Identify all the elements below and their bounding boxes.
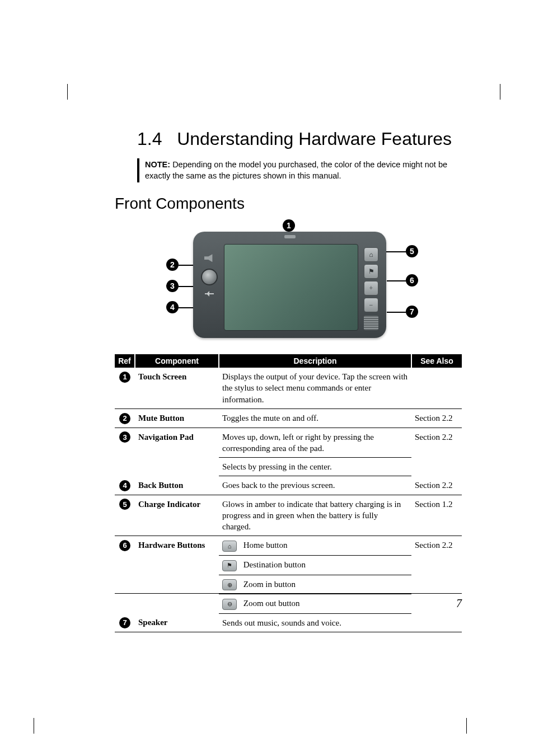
section-title: 1.4 Understanding Hardware Features — [115, 129, 462, 149]
callout-2: 2 — [166, 259, 179, 271]
nav-pad-icon — [201, 269, 218, 285]
charge-indicator-icon — [284, 235, 296, 238]
zoom-out-hw-icon: − — [364, 298, 378, 312]
ref-badge: 2 — [119, 413, 130, 424]
callout-1: 1 — [283, 219, 295, 232]
device-screen — [224, 244, 358, 331]
see-also — [411, 613, 462, 632]
home-button-icon: ⌂ — [222, 541, 237, 552]
component-desc: Glows in amber to indicate that battery … — [219, 495, 411, 536]
component-name: Navigation Pad — [135, 428, 219, 476]
section-number: 1.4 — [137, 129, 162, 149]
ref-badge: 3 — [119, 431, 130, 443]
device-figure: 1 2 3 4 5 6 7 ⌂ ⚑ + − — [132, 220, 445, 346]
component-name: Mute Button — [135, 408, 219, 428]
th-component: Component — [135, 354, 219, 368]
component-name: Charge Indicator — [135, 495, 219, 536]
hw-label: Destination button — [243, 560, 306, 569]
crop-mark-tl — [67, 84, 78, 100]
component-desc: Displays the output of your device. Tap … — [219, 368, 411, 408]
see-also: Section 2.2 — [411, 476, 462, 495]
callout-3: 3 — [166, 280, 179, 292]
component-name: Speaker — [135, 613, 219, 632]
component-desc: Selects by pressing in the center. — [219, 458, 411, 476]
component-desc: Goes back to the previous screen. — [219, 476, 411, 495]
table-row: 7 Speaker Sends out music, sounds and vo… — [115, 613, 462, 632]
callout-7: 7 — [406, 306, 418, 318]
back-arrow-icon — [205, 293, 214, 300]
table-row: 3 Navigation Pad Moves up, down, left or… — [115, 428, 462, 458]
note-block: NOTE: Depending on the model you purchas… — [137, 158, 462, 182]
crop-mark-bl — [34, 718, 45, 734]
th-description: Description — [219, 354, 411, 368]
zoom-in-hw-icon: + — [364, 281, 378, 295]
speaker-grill-icon — [364, 316, 378, 330]
device-body: ⌂ ⚑ + − — [193, 232, 386, 338]
mute-icon — [204, 254, 214, 262]
ref-badge: 7 — [119, 617, 130, 628]
subsection-title: Front Components — [115, 195, 462, 213]
dest-hw-icon: ⚑ — [364, 264, 378, 279]
page-content: 1.4 Understanding Hardware Features NOTE… — [115, 129, 462, 632]
component-name: Touch Screen — [135, 368, 219, 408]
ref-badge: 6 — [119, 540, 130, 551]
hw-button-row: ⌂ Home button — [219, 536, 411, 556]
crop-mark-tr — [489, 84, 500, 100]
component-desc: Toggles the mute on and off. — [219, 408, 411, 428]
hw-button-row: ⚑ Destination button — [219, 556, 411, 575]
hw-label: Home button — [243, 541, 288, 550]
home-hw-icon: ⌂ — [364, 247, 378, 262]
ref-badge: 4 — [119, 480, 130, 491]
see-also: Section 1.2 — [411, 495, 462, 536]
crop-mark-br — [456, 718, 467, 734]
component-desc: Moves up, down, left or right by pressin… — [219, 428, 411, 458]
lead-6 — [387, 280, 406, 281]
page-footer: 7 — [115, 593, 462, 610]
table-row: 5 Charge Indicator Glows in amber to ind… — [115, 495, 462, 536]
device-right-controls: ⌂ ⚑ + − — [364, 247, 381, 330]
note-text: Depending on the model you purchased, th… — [145, 160, 447, 180]
ref-badge: 5 — [119, 499, 130, 510]
table-row: 4 Back Button Goes back to the previous … — [115, 476, 462, 495]
section-title-text: Understanding Hardware Features — [177, 129, 452, 149]
see-also: Section 2.2 — [411, 408, 462, 428]
page-number: 7 — [456, 597, 462, 609]
component-name: Back Button — [135, 476, 219, 495]
destination-button-icon: ⚑ — [222, 560, 237, 571]
zoom-in-button-icon: ⊕ — [222, 579, 237, 590]
hw-button-row: ⊕ Zoom in button — [219, 575, 411, 594]
table-row: 1 Touch Screen Displays the output of yo… — [115, 368, 462, 408]
callout-5: 5 — [406, 245, 418, 257]
note-label: NOTE: — [145, 160, 170, 169]
table-row: 6 Hardware Buttons ⌂ Home button Section… — [115, 536, 462, 556]
see-also: Section 2.2 — [411, 428, 462, 476]
device-left-controls — [201, 251, 218, 329]
see-also — [411, 368, 462, 408]
th-see-also: See Also — [411, 354, 462, 368]
callout-6: 6 — [406, 274, 418, 287]
th-ref: Ref — [115, 354, 135, 368]
lead-7 — [387, 312, 406, 313]
hw-label: Zoom in button — [243, 580, 296, 589]
ref-badge: 1 — [119, 372, 130, 383]
component-table: Ref Component Description See Also 1 Tou… — [115, 354, 462, 632]
table-row: 2 Mute Button Toggles the mute on and of… — [115, 408, 462, 428]
component-desc: Sends out music, sounds and voice. — [219, 613, 411, 632]
callout-4: 4 — [166, 301, 179, 313]
